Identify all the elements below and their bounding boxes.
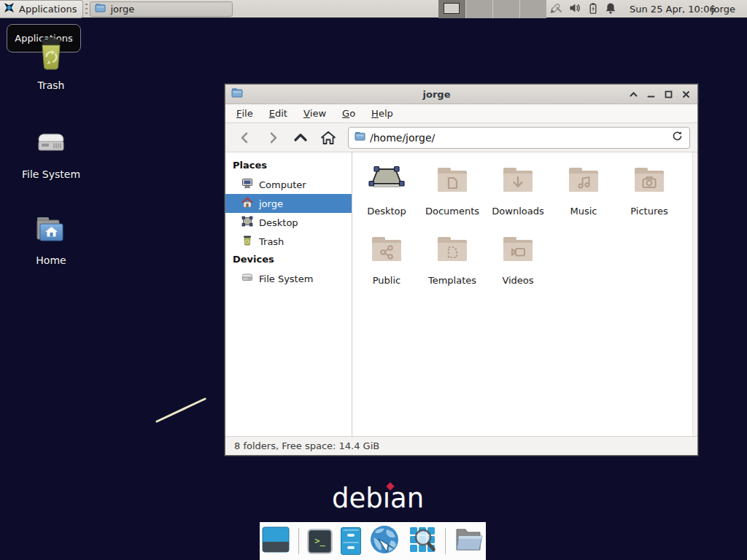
sidebar-item-desktop[interactable]: Desktop [225,213,352,232]
workspace-2[interactable] [465,0,492,18]
desktop-icon-home[interactable]: Home [13,211,89,266]
desktop-icon-file-system[interactable]: File System [13,125,89,180]
panel-separator-handle[interactable] [85,2,88,16]
notifications-bell-icon[interactable] [605,2,616,17]
workspace-4[interactable] [519,0,546,18]
battery-charging-icon[interactable] [588,2,598,17]
sidebar-item-label: Computer [259,179,306,190]
folder-videos-icon [500,232,535,270]
computer-icon [241,178,253,191]
dock-separator [445,528,446,554]
sidebar-item-computer[interactable]: Computer [225,175,352,194]
desktop-icon-label: Home [36,254,66,266]
sidebar-item-label: Desktop [259,217,298,228]
close-button[interactable] [681,89,692,100]
file-item-music[interactable]: Music [551,163,616,232]
desktop-special-icon [364,163,409,201]
up-button[interactable] [288,127,313,149]
file-item-pictures[interactable]: Pictures [616,163,682,232]
file-item-downloads[interactable]: Downloads [485,163,551,232]
path-bar[interactable]: /home/jorge/ [348,127,690,149]
applications-menu-label: Applications [19,4,77,15]
stylus-icon[interactable] [549,2,562,17]
desktop-icon-label: File System [22,168,80,180]
window-controls [628,85,692,104]
home-folder-icon [33,211,69,251]
panel-clock[interactable]: Sun 25 Apr, 10:06 [630,0,716,18]
reload-button[interactable] [671,130,684,145]
home-icon [241,197,253,210]
file-item-label: Desktop [367,206,406,217]
folder-pictures-icon [632,163,667,201]
forward-button[interactable] [260,127,285,149]
file-item-label: Music [570,206,597,217]
home-button[interactable] [316,127,341,149]
xfce-logo-icon [3,1,15,16]
folder-music-icon [566,163,601,201]
file-item-templates[interactable]: Templates [419,232,485,301]
file-cabinet-icon[interactable] [341,527,361,555]
panel-user-label: jorge [711,4,735,15]
file-item-desktop[interactable]: Desktop [354,163,419,232]
path-input[interactable]: /home/jorge/ [370,132,667,144]
desktop-icon-trash[interactable]: Trash [13,32,89,91]
file-manager-window: jorge File Edit View Go Help [225,84,698,456]
menu-help[interactable]: Help [363,104,401,122]
folder-downloads-icon [500,163,535,201]
vertical-scrollbar[interactable] [692,152,697,436]
folder-icon[interactable] [454,526,484,556]
hard-drive-icon [33,125,69,165]
debian-logo-text: an [390,483,424,514]
window-titlebar[interactable]: jorge [225,85,697,104]
sidebar-item-label: Trash [259,236,284,247]
status-bar: 8 folders, Free space: 14.4 GiB [225,436,697,455]
sidebar-item-label: jorge [259,198,283,209]
taskbar-folder-icon [95,2,106,15]
taskbar-window-label: jorge [110,4,134,15]
debian-logo: debıan [332,483,424,516]
workspace-window-miniature [444,3,460,14]
file-item-videos[interactable]: Videos [485,232,551,301]
menu-bar: File Edit View Go Help [225,104,697,123]
bottom-dock: >_ [260,522,486,560]
minimize-button[interactable] [646,89,657,100]
app-finder-icon[interactable] [408,525,437,557]
panel-user-menu[interactable]: jorge [711,0,735,18]
path-folder-icon [355,131,365,144]
file-view: Desktop Documents [352,152,697,436]
volume-icon[interactable] [569,2,581,16]
back-button[interactable] [233,127,258,149]
taskbar-window-button[interactable]: jorge [90,1,233,17]
maximize-button[interactable] [663,89,674,100]
sidebar-item-trash[interactable]: Trash [225,232,352,251]
menu-file[interactable]: File [228,104,261,122]
workspace-3[interactable] [492,0,519,18]
devices-header: Devices [225,251,352,269]
menu-edit[interactable]: Edit [261,104,295,122]
dock-separator [298,528,299,554]
drive-small-icon [241,272,253,285]
debian-logo-text: deb [332,483,383,514]
folder-public-icon [369,232,404,270]
sidebar-item-file-system[interactable]: File System [225,269,352,288]
terminal-icon[interactable]: >_ [307,529,333,554]
workspace-pager [438,0,546,18]
menu-view[interactable]: View [295,104,334,122]
clock-label: Sun 25 Apr, 10:06 [630,4,716,15]
show-desktop-icon[interactable] [261,525,290,557]
sidebar-item-jorge[interactable]: jorge [225,194,352,213]
desktop-icon-label: Trash [38,79,65,91]
file-item-documents[interactable]: Documents [419,163,485,232]
shade-button[interactable] [628,89,639,100]
status-text: 8 folders, Free space: 14.4 GiB [234,440,379,451]
workspace-1[interactable] [438,0,465,18]
terminal-prompt-glyph: >_ [314,536,325,546]
menu-go[interactable]: Go [334,104,363,122]
file-item-public[interactable]: Public [354,232,419,301]
cabinet-drawer [343,529,359,540]
web-browser-icon[interactable] [369,524,400,558]
applications-menu-button[interactable]: Applications [0,0,83,18]
cabinet-drawer [343,542,359,553]
window-body: Places Computer [225,152,697,436]
file-item-label: Pictures [630,206,667,217]
